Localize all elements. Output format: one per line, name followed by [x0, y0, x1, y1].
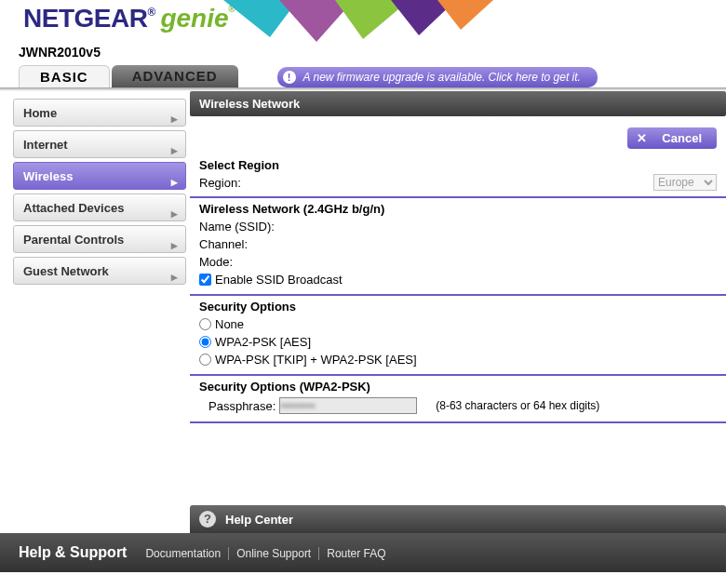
sidebar-item-label: Internet: [23, 138, 68, 152]
ssid-broadcast-checkbox[interactable]: [199, 274, 211, 286]
section-security: Security Options None WPA2-PSK [AES] WPA…: [190, 296, 726, 376]
sidebar-item-label: Parental Controls: [23, 233, 124, 247]
section-passphrase: Security Options (WPA2-PSK) Passphrase: …: [190, 376, 726, 423]
passphrase-input[interactable]: [279, 397, 417, 414]
passphrase-hint: (8-63 characters or 64 hex digits): [436, 399, 599, 412]
security-label-mixed: WPA-PSK [TKIP] + WPA2-PSK [AES]: [215, 353, 417, 367]
firmware-text: A new firmware upgrade is available. Cli…: [303, 71, 581, 84]
sidebar-item-label: Attached Devices: [23, 201, 124, 215]
decorative-shapes: [214, 0, 512, 45]
panel-title: Wireless Network: [190, 91, 726, 116]
info-icon: !: [283, 71, 296, 84]
footer: Help & Support Documentation Online Supp…: [0, 533, 726, 572]
sidebar-item-label: Wireless: [23, 169, 73, 183]
passphrase-heading: Security Options (WPA2-PSK): [199, 380, 717, 394]
section-region: Select Region Region: Europe: [190, 154, 726, 198]
help-icon: ?: [199, 511, 216, 528]
tabs-row: BASIC ADVANCED ! A new firmware upgrade …: [0, 60, 726, 87]
cancel-label: Cancel: [662, 131, 702, 145]
footer-link-support[interactable]: Online Support: [229, 547, 319, 560]
sidebar: Home ▸ Internet ▸ Wireless ▸ Attached De…: [0, 91, 190, 533]
tab-advanced[interactable]: ADVANCED: [112, 65, 238, 87]
svg-marker-2: [335, 0, 410, 39]
model-label: JWNR2010v5: [0, 45, 726, 60]
footer-link-faq[interactable]: Router FAQ: [319, 547, 393, 560]
section-wireless-24: Wireless Network (2.4GHz b/g/n) Name (SS…: [190, 198, 726, 296]
security-label-wpa2: WPA2-PSK [AES]: [215, 335, 311, 349]
chevron-right-icon: ▸: [171, 263, 178, 290]
tab-basic[interactable]: BASIC: [19, 65, 110, 87]
sidebar-item-internet[interactable]: Internet ▸: [13, 130, 186, 158]
sidebar-item-parental-controls[interactable]: Parental Controls ▸: [13, 225, 186, 253]
sidebar-item-label: Home: [23, 106, 57, 120]
toolbar: ✕Cancel: [190, 116, 726, 154]
ssid-broadcast-label: Enable SSID Broadcast: [215, 273, 343, 287]
channel-label: Channel:: [199, 235, 717, 253]
region-select[interactable]: Europe: [653, 174, 717, 191]
security-heading: Security Options: [199, 300, 717, 314]
sidebar-item-attached-devices[interactable]: Attached Devices ▸: [13, 194, 186, 221]
brand-logo: NETGEAR®: [23, 4, 155, 33]
chevron-right-icon: ▸: [171, 232, 178, 259]
chevron-right-icon: ▸: [171, 200, 178, 227]
security-radio-none[interactable]: [199, 318, 211, 330]
footer-title: Help & Support: [19, 544, 127, 561]
security-radio-mixed[interactable]: [199, 354, 211, 366]
svg-marker-4: [437, 0, 493, 30]
sidebar-item-wireless[interactable]: Wireless ▸: [13, 162, 186, 190]
security-label-none: None: [215, 317, 244, 331]
passphrase-label: Passphrase:: [208, 399, 276, 413]
wl24-heading: Wireless Network (2.4GHz b/g/n): [199, 202, 717, 216]
mode-label: Mode:: [199, 253, 717, 271]
product-logo: genie®: [160, 4, 235, 33]
region-heading: Select Region: [199, 158, 717, 172]
chevron-right-icon: ▸: [171, 168, 178, 195]
header: NETGEAR® genie®: [0, 0, 726, 45]
ssid-label: Name (SSID):: [199, 218, 717, 235]
close-icon: ✕: [637, 131, 647, 145]
chevron-right-icon: ▸: [171, 105, 178, 132]
help-center-label: Help Center: [225, 513, 293, 527]
help-center-bar[interactable]: ? Help Center: [190, 505, 726, 533]
content-panel: Wireless Network ✕Cancel Select Region R…: [190, 91, 726, 533]
sidebar-item-home[interactable]: Home ▸: [13, 99, 186, 127]
sidebar-item-guest-network[interactable]: Guest Network ▸: [13, 257, 186, 285]
footer-link-docs[interactable]: Documentation: [138, 547, 229, 560]
svg-marker-3: [391, 0, 456, 35]
cancel-button[interactable]: ✕Cancel: [627, 127, 717, 149]
firmware-notice[interactable]: ! A new firmware upgrade is available. C…: [277, 67, 598, 87]
sidebar-item-label: Guest Network: [23, 264, 109, 278]
security-radio-wpa2[interactable]: [199, 336, 211, 348]
region-label: Region:: [199, 176, 241, 190]
svg-marker-1: [279, 0, 354, 42]
chevron-right-icon: ▸: [171, 137, 178, 164]
